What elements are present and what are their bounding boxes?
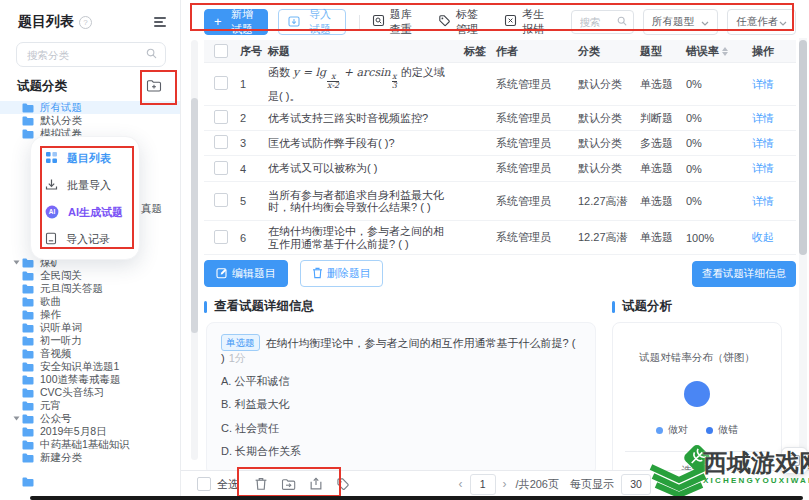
sidebar-tree-item[interactable]: 歌曲 bbox=[0, 295, 180, 308]
edit-question-button[interactable]: 编辑题目 bbox=[204, 260, 288, 287]
tag-selected-icon[interactable] bbox=[336, 477, 350, 491]
question-table: 序号 标题 标签 作者 分类 题型 错误率 操作 1函数 y = lgxx-2 … bbox=[204, 40, 796, 255]
pie-chart-title: 试题对错率分布（饼图） bbox=[613, 351, 781, 365]
row-checkbox[interactable] bbox=[214, 135, 228, 149]
row-action-link[interactable]: 详情 bbox=[752, 195, 774, 207]
category-search-input[interactable] bbox=[25, 48, 146, 62]
row-action-link[interactable]: 详情 bbox=[752, 137, 774, 149]
row-checkbox[interactable] bbox=[214, 110, 228, 124]
view-detail-button[interactable]: 查看试题详细信息 bbox=[692, 261, 796, 287]
caret-down-icon bbox=[13, 416, 22, 421]
popup-menu-item[interactable]: 导入记录 bbox=[45, 226, 139, 253]
sidebar-tree-item[interactable]: 全民闯关 bbox=[0, 269, 180, 282]
sidebar-tree-lower: 煤矿全民闯关元旦闯关答题歌曲操作识听单词初一听力音视频安全知识单选题1100道禁… bbox=[0, 256, 180, 464]
sidebar-tree-item[interactable]: 所有试题 bbox=[0, 101, 180, 114]
sidebar-tree-item[interactable]: 2019年5月8日 bbox=[0, 425, 180, 438]
question-title: 优考试支持三路实时音视频监控? bbox=[268, 112, 464, 125]
sidebar-tree-item[interactable]: 安全知识单选题1 bbox=[0, 360, 180, 373]
row-checkbox[interactable] bbox=[214, 161, 228, 175]
type-filter-select[interactable]: 所有题型 bbox=[643, 9, 718, 35]
collapse-menu-icon[interactable] bbox=[154, 17, 166, 27]
dedupe-button[interactable]: 题库查重 bbox=[372, 7, 421, 37]
minimize-panel-widget[interactable] bbox=[781, 447, 808, 474]
question-search-input[interactable] bbox=[578, 15, 617, 29]
sidebar-tree-item[interactable]: 100道禁毒戒毒题 bbox=[0, 373, 180, 386]
scrollbar-thumb[interactable] bbox=[191, 98, 198, 333]
popup-menu-item[interactable]: 批量导入 bbox=[45, 172, 139, 199]
row-number: 3 bbox=[234, 137, 268, 149]
sort-icon[interactable] bbox=[722, 47, 728, 56]
sidebar-tree-item[interactable]: 元宵 bbox=[0, 399, 180, 412]
row-action-link[interactable]: 详情 bbox=[752, 162, 774, 174]
question-search-box[interactable] bbox=[571, 10, 634, 34]
row-action-link[interactable]: 详情 bbox=[752, 78, 774, 90]
row-error-rate: 100% bbox=[686, 232, 752, 244]
row-number: 5 bbox=[234, 195, 268, 207]
row-error-rate: 0% bbox=[686, 195, 752, 207]
pie-legend: 做对做错 bbox=[613, 423, 781, 437]
author-filter-select[interactable]: 任意作者 bbox=[727, 9, 796, 35]
row-action-link[interactable]: 收起 bbox=[752, 231, 774, 243]
row-author: 系统管理员 bbox=[496, 194, 578, 209]
folder-icon bbox=[22, 349, 34, 359]
sidebar-tree-item[interactable]: 元旦闯关答题 bbox=[0, 282, 180, 295]
sidebar-tree-item[interactable]: CVC头音练习 bbox=[0, 386, 180, 399]
add-folder-icon[interactable] bbox=[146, 79, 162, 95]
next-page-button[interactable]: › bbox=[499, 477, 511, 491]
select-all-checkbox[interactable] bbox=[214, 44, 228, 58]
current-page-box[interactable]: 1 bbox=[470, 474, 496, 495]
sidebar-tree-item[interactable]: 音视频 bbox=[0, 347, 180, 360]
move-to-folder-icon[interactable] bbox=[281, 478, 296, 491]
question-options: A. 公平和诚信B. 利益最大化C. 社会责任D. 长期合作关系 bbox=[221, 374, 581, 460]
legend-item: 做对 bbox=[656, 423, 688, 437]
folder-icon bbox=[22, 477, 34, 489]
sidebar-tree-item[interactable]: 初一听力 bbox=[0, 334, 180, 347]
popup-menu-item[interactable]: AIAI生成试题 bbox=[45, 199, 139, 226]
delete-question-button[interactable]: 删除题目 bbox=[300, 260, 383, 287]
search-icon bbox=[617, 16, 627, 28]
row-author: 系统管理员 bbox=[496, 161, 578, 176]
popup-menu-item[interactable]: 题目列表 bbox=[45, 145, 139, 172]
per-page-select[interactable]: 30 bbox=[621, 474, 651, 495]
row-checkbox[interactable] bbox=[214, 193, 228, 207]
row-checkbox[interactable] bbox=[214, 230, 228, 244]
export-icon[interactable] bbox=[309, 477, 323, 491]
select-all-checkbox[interactable] bbox=[197, 477, 211, 491]
main-scrollbar[interactable] bbox=[799, 38, 807, 464]
plus-icon: + bbox=[214, 15, 222, 28]
prev-page-button[interactable]: ‹ bbox=[455, 477, 467, 491]
question-title: 函数 y = lgxx-2 + arcsinx3 的定义域是( )。 bbox=[268, 66, 464, 103]
row-checkbox[interactable] bbox=[214, 76, 228, 90]
row-action-link[interactable]: 详情 bbox=[752, 112, 774, 124]
footer-bar: 全选 ‹ 1 › /共206页 每页显示 30 bbox=[181, 470, 809, 497]
folder-icon bbox=[22, 414, 34, 424]
pie-chart bbox=[684, 381, 710, 407]
doc-search-icon bbox=[372, 14, 385, 29]
sidebar-tree-item[interactable]: 公众号 bbox=[0, 412, 180, 425]
sidebar-scrollbar[interactable] bbox=[191, 40, 198, 460]
import-question-button[interactable]: 导入试题 bbox=[278, 9, 346, 35]
sidebar-tree-item[interactable]: 新建分类 bbox=[0, 451, 180, 464]
sidebar-tree-item[interactable]: 默认分类 bbox=[0, 114, 180, 127]
sidebar-tree-item[interactable]: 操作 bbox=[0, 308, 180, 321]
category-search-box[interactable] bbox=[16, 42, 166, 67]
tag-manage-button[interactable]: 标签管理 bbox=[438, 7, 487, 37]
row-error-rate: 0% bbox=[686, 112, 752, 124]
sidebar-tree-item[interactable]: 中药基础1基础知识 bbox=[0, 438, 180, 451]
question-type-badge: 单选题 bbox=[221, 334, 260, 351]
sidebar-tree-item[interactable]: 识听单词 bbox=[0, 321, 180, 334]
question-title: 匡优考试防作弊手段有( )? bbox=[268, 137, 464, 150]
report-error-button[interactable]: 考生报错 bbox=[504, 7, 553, 37]
document-icon bbox=[45, 232, 57, 247]
sidebar-title: 题目列表 bbox=[18, 13, 74, 31]
delete-selected-icon[interactable] bbox=[254, 477, 268, 491]
question-score: 1分 bbox=[229, 352, 246, 364]
question-detail-section: 查看试题详细信息 单选题在纳什均衡理论中，参与者之间的相互作用通常基于什么前提?… bbox=[204, 298, 596, 478]
download-icon bbox=[45, 178, 58, 193]
row-error-rate: 0% bbox=[686, 163, 752, 175]
row-error-rate: 0% bbox=[686, 78, 752, 90]
folder-icon bbox=[22, 440, 34, 450]
sidebar-tree-item-partial[interactable]: 真题 bbox=[141, 202, 162, 216]
scrollbar-thumb[interactable] bbox=[799, 40, 807, 255]
add-question-button[interactable]: + 新增试题 bbox=[204, 9, 268, 35]
